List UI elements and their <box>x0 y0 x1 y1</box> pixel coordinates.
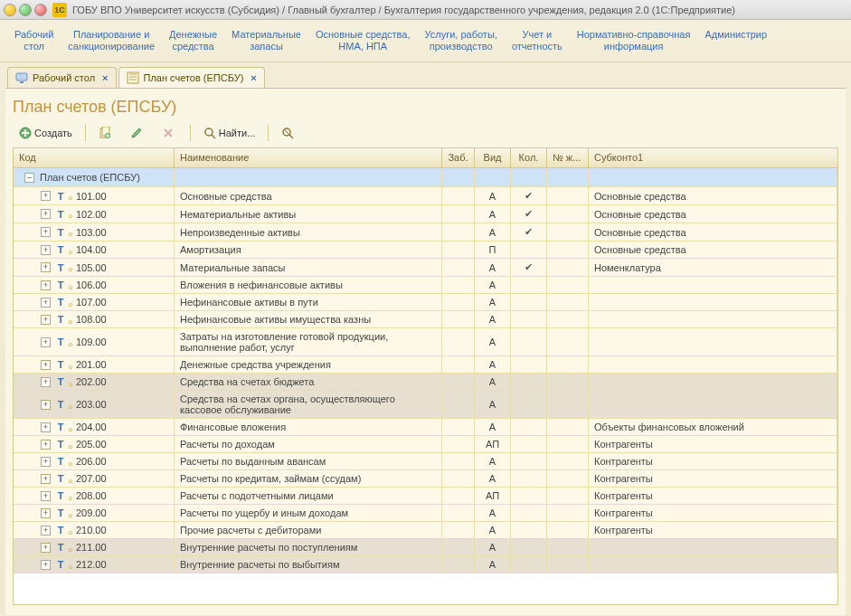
expand-icon[interactable]: + <box>41 360 51 370</box>
expand-icon[interactable]: + <box>41 262 51 272</box>
table-row[interactable]: +To208.00Расчеты с подотчетными лицамиАП… <box>14 488 837 505</box>
page-tab-0[interactable]: Рабочий стол× <box>7 67 117 88</box>
copy-button[interactable] <box>92 124 120 142</box>
section-tab-8[interactable]: Администрир <box>697 25 774 62</box>
cell-name <box>175 168 442 186</box>
refresh-button[interactable] <box>275 124 303 142</box>
expand-icon[interactable]: + <box>41 337 51 347</box>
cell-sk1: Контрагенты <box>589 470 837 487</box>
window-minimize-button[interactable] <box>4 4 16 16</box>
section-tab-3[interactable]: Материальныезапасы <box>224 25 308 62</box>
expand-icon[interactable]: + <box>41 474 51 484</box>
table-row[interactable]: +To212.00Внутренние расчеты по выбытиямА <box>14 556 837 573</box>
section-bar: РабочийстолПланирование исанкционировани… <box>0 20 851 62</box>
cell-zab <box>442 539 475 555</box>
close-icon[interactable]: × <box>251 72 256 83</box>
table-row[interactable]: +To101.00Основные средстваА✔Основные сре… <box>14 187 837 205</box>
page-tab-1[interactable]: План счетов (ЕПСБУ)× <box>118 67 265 88</box>
window-maximize-button[interactable] <box>19 4 32 16</box>
expand-icon[interactable]: + <box>41 508 51 518</box>
table-row[interactable]: +To109.00Затраты на изготовление готовой… <box>14 328 837 356</box>
window-close-button[interactable] <box>34 4 47 16</box>
expand-icon[interactable]: + <box>41 400 51 410</box>
cell-vid: А <box>475 470 511 487</box>
expand-icon[interactable]: + <box>41 280 51 290</box>
cell-code: +To205.00 <box>14 436 175 452</box>
expand-icon[interactable]: + <box>41 440 51 450</box>
delete-button[interactable] <box>156 124 184 142</box>
expand-icon[interactable]: + <box>41 543 51 553</box>
close-icon[interactable]: × <box>102 72 108 83</box>
cell-nz <box>547 453 589 469</box>
table-row[interactable]: +To105.00Материальные запасыА✔Номенклату… <box>14 259 837 277</box>
section-tab-7[interactable]: Нормативно-справочнаяинформация <box>570 25 698 62</box>
cell-vid: А <box>475 374 511 390</box>
table-row[interactable]: +To204.00Финансовые вложенияАОбъекты фин… <box>14 419 837 436</box>
toolbar-separator <box>85 125 86 141</box>
code-text: 201.00 <box>76 359 107 370</box>
section-tab-6[interactable]: Учет иотчетность <box>505 25 570 62</box>
grid-body[interactable]: –План счетов (ЕПСБУ)+To101.00Основные ср… <box>14 168 837 604</box>
expand-icon[interactable]: + <box>41 491 51 501</box>
table-row[interactable]: +To203.00Средства на счетах органа, осущ… <box>14 391 837 419</box>
col-header-nz[interactable]: № ж... <box>547 148 589 167</box>
table-row[interactable]: +To211.00Внутренние расчеты по поступлен… <box>14 539 837 556</box>
section-tab-5[interactable]: Услуги, работы,производство <box>418 25 505 62</box>
find-button[interactable]: Найти... <box>197 124 262 142</box>
cell-zab <box>442 522 475 538</box>
cell-sk1 <box>589 356 837 373</box>
expand-icon[interactable]: + <box>41 377 51 387</box>
col-header-vid[interactable]: Вид <box>475 148 511 167</box>
collapse-icon[interactable]: – <box>24 173 34 183</box>
table-row[interactable]: +To206.00Расчеты по выданным авансамАКон… <box>14 453 837 470</box>
section-tab-2[interactable]: Денежныесредства <box>162 25 224 62</box>
table-row[interactable]: +To201.00Денежные средства учрежденияА <box>14 356 837 374</box>
cell-code: +To201.00 <box>14 356 175 373</box>
create-button[interactable]: Создать <box>13 124 79 142</box>
section-tab-0[interactable]: Рабочийстол <box>7 25 61 62</box>
table-row[interactable]: +To103.00Непроизведенные активыА✔Основны… <box>14 223 837 242</box>
table-row[interactable]: +To205.00Расчеты по доходамАПКонтрагенты <box>14 436 837 453</box>
col-header-kol[interactable]: Кол. <box>511 148 547 167</box>
cell-nz <box>547 294 589 310</box>
cell-zab <box>442 436 475 452</box>
cell-code: +To207.00 <box>14 470 175 487</box>
table-row[interactable]: +To107.00Нефинансовые активы в путиА <box>14 294 837 311</box>
expand-icon[interactable]: + <box>41 526 51 535</box>
cell-kol: ✔ <box>511 259 547 276</box>
expand-icon[interactable]: + <box>41 191 51 201</box>
col-header-sk1[interactable]: Субконто1 <box>589 148 837 167</box>
account-icon: T <box>54 227 67 238</box>
col-header-name[interactable]: Наименование <box>175 148 442 167</box>
section-tab-1[interactable]: Планирование исанкционирование <box>61 25 162 62</box>
section-label: отчетность <box>512 41 563 52</box>
expand-icon[interactable]: + <box>41 457 51 467</box>
expand-icon[interactable]: + <box>41 245 51 255</box>
cell-kol <box>511 436 547 452</box>
table-row[interactable]: +To106.00Вложения в нефинансовые активыА <box>14 277 837 294</box>
expand-icon[interactable]: + <box>41 560 51 570</box>
expand-icon[interactable]: + <box>41 227 51 237</box>
desktop-icon <box>15 71 28 84</box>
expand-icon[interactable]: + <box>41 209 51 219</box>
expand-icon[interactable]: + <box>41 298 51 308</box>
cell-code: +To211.00 <box>14 539 175 555</box>
col-header-zab[interactable]: Заб. <box>442 148 475 167</box>
table-row[interactable]: +To202.00Средства на счетах бюджетаА <box>14 374 837 391</box>
table-row[interactable]: +To207.00Расчеты по кредитам, займам (сс… <box>14 470 837 488</box>
cell-code: +To104.00 <box>14 242 175 258</box>
table-row[interactable]: +To210.00Прочие расчеты с дебиторамиАКон… <box>14 522 837 539</box>
col-header-code[interactable]: Код <box>14 148 175 167</box>
section-tab-4[interactable]: Основные средства,НМА, НПА <box>308 25 418 62</box>
section-label: производство <box>425 41 497 52</box>
table-row[interactable]: +To102.00Нематериальные активыА✔Основные… <box>14 205 837 223</box>
table-row[interactable]: –План счетов (ЕПСБУ) <box>14 168 837 187</box>
expand-icon[interactable]: + <box>41 422 51 432</box>
table-row[interactable]: +To108.00Нефинансовые активы имущества к… <box>14 311 837 328</box>
table-row[interactable]: +To209.00Расчеты по ущербу и иным дохода… <box>14 505 837 522</box>
cell-vid: А <box>475 223 511 241</box>
table-row[interactable]: +To104.00АмортизацияПОсновные средства <box>14 242 837 259</box>
edit-button[interactable] <box>124 124 152 142</box>
cell-kol <box>511 539 547 555</box>
expand-icon[interactable]: + <box>41 315 51 325</box>
